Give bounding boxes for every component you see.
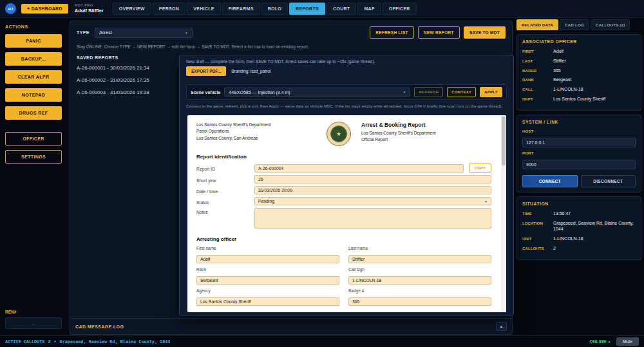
tab-bolo[interactable]: BOLO	[261, 3, 288, 15]
situation-section: SITUATION TIME 13:56:47 LOCATION Grapese…	[516, 196, 641, 260]
backup-button[interactable]: BACKUP...	[5, 52, 62, 66]
tab-cad-log[interactable]: CAD LOG	[560, 19, 589, 30]
disconnect-button[interactable]: DISCONNECT	[581, 175, 636, 187]
tab-officer[interactable]: OFFICER	[383, 3, 417, 15]
report-letterhead: Los Santos County Sheriff's Department P…	[196, 122, 491, 146]
copy-report-id-button[interactable]: COPY	[469, 164, 491, 173]
topbar: RJ + DASHBOARD MDT PRO Adolf Stiffler OV…	[0, 0, 644, 18]
tab-callouts[interactable]: CALLOUTS (2)	[591, 19, 630, 30]
drugs-ref-button[interactable]: DRUGS REF	[5, 106, 62, 120]
right-panel: RELATED DATA CAD LOG CALLOUTS (2) ASSOCI…	[516, 19, 641, 334]
form-scrollbar-thumb[interactable]	[502, 117, 506, 165]
associated-officer-title: ASSOCIATED OFFICER	[522, 39, 636, 44]
department-seal-icon: ★	[327, 122, 351, 146]
rank-field: Rank	[196, 267, 339, 285]
refresh-list-button[interactable]: REFRESH LIST	[370, 26, 414, 39]
refresh-button[interactable]: REFRESH	[414, 87, 443, 97]
department-address: Los Santos County Sheriff's Department P…	[196, 122, 327, 142]
status-row: Status Pending ▼	[196, 197, 491, 205]
actions-sidebar: ACTIONS PANIC BACKUP... CLEAR ALPR NOTEP…	[0, 18, 67, 335]
context-button[interactable]: CONTEXT	[447, 87, 476, 97]
situation-location-row: LOCATION Grapeseed, Seaview Rd, Blaine C…	[522, 220, 636, 233]
chevron-down-icon: ▼	[484, 200, 488, 203]
section-arresting-officer: Arresting officer	[196, 236, 491, 242]
cad-log-collapse-button[interactable]: ▲	[496, 322, 507, 331]
status-bar-right: ONLINE ● Mute	[590, 337, 639, 346]
online-dot-icon: ●	[608, 340, 611, 344]
form-scrollbar[interactable]	[501, 115, 506, 312]
agency-label: Agency	[196, 288, 339, 293]
ren-field-group: REN#	[5, 310, 62, 330]
mute-button[interactable]: Mute	[616, 337, 639, 346]
report-type-select[interactable]: Arrest ▼	[95, 28, 193, 38]
location-value: Grapeseed, Seaview Rd, Blaine County, 10…	[553, 220, 636, 233]
call-label: CALL	[522, 86, 553, 93]
tab-vehicle[interactable]: VEHICLE	[187, 3, 220, 15]
user-avatar[interactable]: RJ	[5, 3, 16, 14]
arresting-officer-grid: First name Last name Rank Call sign	[196, 246, 491, 306]
host-label: HOST	[522, 129, 636, 133]
situation-unit-row: UNIT 1-LINCOLN-18	[522, 236, 636, 242]
datetime-input[interactable]	[254, 186, 491, 194]
status-label: Status	[196, 198, 249, 205]
short-year-input[interactable]	[254, 175, 491, 183]
cad-message-log-title: CAD MESSAGE LOG	[75, 324, 124, 329]
section-report-identification: Report identification	[196, 154, 491, 160]
unit-label: UNIT	[522, 236, 553, 242]
tab-court[interactable]: COURT	[327, 3, 356, 15]
short-year-label: Short year	[196, 176, 249, 183]
last-name-input[interactable]	[348, 255, 491, 263]
notes-textarea[interactable]	[254, 208, 491, 229]
bullet-separator: •	[53, 339, 56, 344]
tab-reports[interactable]: REPORTS	[289, 3, 325, 15]
panic-button[interactable]: PANIC	[5, 34, 62, 48]
app-name: MDT PRO	[75, 3, 104, 8]
app-identity: MDT PRO Adolf Stiffler	[75, 3, 104, 14]
new-report-button[interactable]: NEW REPORT	[418, 26, 460, 39]
ren-input[interactable]	[5, 317, 62, 329]
settings-button[interactable]: SETTINGS	[5, 150, 62, 164]
report-subtitle-2: Official Report	[361, 136, 491, 143]
first-name-label: First name	[196, 246, 339, 250]
agency-input[interactable]	[196, 297, 339, 306]
call-value: 1-LINCOLN-18	[553, 86, 583, 93]
tab-overview[interactable]: OVERVIEW	[113, 3, 151, 15]
tab-firearms[interactable]: FIREARMS	[222, 3, 260, 15]
tab-map[interactable]: MAP	[357, 3, 381, 15]
tab-person[interactable]: PERSON	[153, 3, 185, 15]
active-callout-location: Grapeseed, Seaview Rd, Blaine County, 10…	[60, 339, 171, 344]
apply-button[interactable]: APPLY	[480, 87, 502, 97]
call-sign-input[interactable]	[348, 276, 491, 285]
sidebar-title: ACTIONS	[5, 24, 62, 29]
main-nav-tabs: OVERVIEW PERSON VEHICLE FIREARMS BOLO RE…	[113, 3, 417, 15]
link-buttons: CONNECT DISCONNECT	[522, 175, 636, 187]
connect-button[interactable]: CONNECT	[522, 175, 578, 187]
arrest-report-form-body: Los Santos County Sheriff's Department P…	[187, 115, 500, 312]
dashboard-button[interactable]: + DASHBOARD	[21, 4, 68, 14]
tab-related-data[interactable]: RELATED DATA	[516, 19, 558, 30]
port-input[interactable]	[522, 160, 636, 169]
badge-number-field: Badge #	[348, 288, 491, 306]
active-callouts-label: ACTIVE CALLOUTS	[5, 339, 44, 344]
save-to-mdt-button[interactable]: SAVE TO MDT	[464, 26, 506, 39]
officer-button[interactable]: OFFICER	[5, 132, 62, 145]
callouts-value: 2	[553, 245, 556, 252]
export-pdf-button[interactable]: EXPORT PDF...	[186, 66, 226, 76]
scene-vehicle-select[interactable]: 44SXO585 — Injection (3.4 m) ▼	[224, 88, 410, 97]
call-sign-label: Call sign	[348, 267, 491, 272]
scene-vehicle-label: Scene vehicle	[191, 90, 220, 95]
mdt-app-window: RJ + DASHBOARD MDT PRO Adolf Stiffler OV…	[0, 0, 644, 347]
host-input[interactable]	[522, 138, 636, 147]
clear-alpr-button[interactable]: CLEAR ALPR	[5, 70, 62, 84]
chevron-down-icon: ▼	[403, 90, 406, 94]
rank-input[interactable]	[196, 276, 339, 285]
status-select[interactable]: Pending ▼	[254, 197, 491, 205]
chevron-down-icon: ▼	[185, 31, 188, 35]
first-name-input[interactable]	[196, 255, 339, 263]
report-id-input[interactable]	[254, 164, 464, 173]
notepad-button[interactable]: NOTEPAD	[5, 88, 62, 102]
badge-number-input[interactable]	[348, 297, 491, 306]
situation-time-row: TIME 13:56:47	[522, 211, 636, 217]
officer-last-row: LAST Stiffler	[522, 58, 636, 64]
badge-number-label: Badge #	[348, 288, 491, 293]
